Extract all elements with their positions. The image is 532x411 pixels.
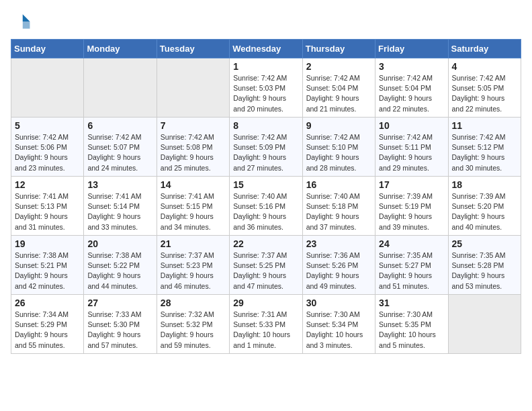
day-detail: Sunrise: 7:30 AMSunset: 5:35 PMDaylight:… [379, 310, 444, 351]
day-number: 7 [161, 120, 226, 131]
weekday-header-tuesday: Tuesday [157, 40, 229, 58]
calendar-cell: 28Sunrise: 7:32 AMSunset: 5:32 PMDayligh… [157, 295, 229, 354]
logo [11, 11, 35, 32]
calendar-cell: 10Sunrise: 7:42 AMSunset: 5:11 PMDayligh… [375, 118, 448, 177]
day-detail: Sunrise: 7:30 AMSunset: 5:34 PMDaylight:… [306, 310, 371, 351]
calendar-cell [157, 58, 229, 118]
day-detail: Sunrise: 7:42 AMSunset: 5:05 PMDaylight:… [452, 73, 517, 114]
calendar-week-row: 19Sunrise: 7:38 AMSunset: 5:21 PMDayligh… [11, 236, 521, 295]
day-number: 1 [233, 61, 298, 72]
day-number: 25 [452, 238, 517, 249]
day-detail: Sunrise: 7:41 AMSunset: 5:13 PMDaylight:… [15, 191, 80, 232]
calendar-cell: 17Sunrise: 7:39 AMSunset: 5:19 PMDayligh… [375, 177, 448, 236]
day-detail: Sunrise: 7:34 AMSunset: 5:29 PMDaylight:… [15, 310, 80, 351]
svg-marker-2 [23, 21, 30, 29]
day-number: 17 [379, 179, 444, 190]
calendar-week-row: 1Sunrise: 7:42 AMSunset: 5:03 PMDaylight… [11, 58, 521, 118]
day-number: 18 [452, 179, 517, 190]
page-container: SundayMondayTuesdayWednesdayThursdayFrid… [11, 11, 521, 354]
day-detail: Sunrise: 7:41 AMSunset: 5:15 PMDaylight:… [161, 191, 226, 232]
day-number: 22 [233, 238, 298, 249]
weekday-header-monday: Monday [84, 40, 157, 58]
weekday-header-sunday: Sunday [11, 40, 84, 58]
logo-icon [11, 11, 32, 32]
calendar-cell: 12Sunrise: 7:41 AMSunset: 5:13 PMDayligh… [11, 177, 84, 236]
day-number: 13 [87, 179, 152, 190]
day-detail: Sunrise: 7:33 AMSunset: 5:30 PMDaylight:… [87, 310, 152, 351]
calendar-week-row: 5Sunrise: 7:42 AMSunset: 5:06 PMDaylight… [11, 118, 521, 177]
day-number: 2 [306, 61, 371, 72]
calendar-cell [84, 58, 157, 118]
calendar-cell: 7Sunrise: 7:42 AMSunset: 5:08 PMDaylight… [157, 118, 229, 177]
calendar-cell: 5Sunrise: 7:42 AMSunset: 5:06 PMDaylight… [11, 118, 84, 177]
calendar-cell: 3Sunrise: 7:42 AMSunset: 5:04 PMDaylight… [375, 58, 448, 118]
calendar-cell: 6Sunrise: 7:42 AMSunset: 5:07 PMDaylight… [84, 118, 157, 177]
calendar-cell: 15Sunrise: 7:40 AMSunset: 5:16 PMDayligh… [230, 177, 302, 236]
day-number: 15 [233, 179, 298, 190]
calendar-cell: 11Sunrise: 7:42 AMSunset: 5:12 PMDayligh… [448, 118, 521, 177]
day-number: 6 [87, 120, 152, 131]
calendar-cell: 19Sunrise: 7:38 AMSunset: 5:21 PMDayligh… [11, 236, 84, 295]
calendar-cell: 9Sunrise: 7:42 AMSunset: 5:10 PMDaylight… [302, 118, 375, 177]
calendar-week-row: 26Sunrise: 7:34 AMSunset: 5:29 PMDayligh… [11, 295, 521, 354]
calendar-cell: 26Sunrise: 7:34 AMSunset: 5:29 PMDayligh… [11, 295, 84, 354]
day-number: 30 [306, 298, 371, 308]
day-number: 29 [233, 298, 298, 308]
day-detail: Sunrise: 7:31 AMSunset: 5:33 PMDaylight:… [233, 310, 298, 351]
day-detail: Sunrise: 7:32 AMSunset: 5:32 PMDaylight:… [161, 310, 226, 351]
day-number: 5 [15, 120, 80, 131]
day-detail: Sunrise: 7:38 AMSunset: 5:21 PMDaylight:… [15, 250, 80, 291]
calendar-cell: 16Sunrise: 7:40 AMSunset: 5:18 PMDayligh… [302, 177, 375, 236]
weekday-header-row: SundayMondayTuesdayWednesdayThursdayFrid… [11, 40, 521, 58]
day-number: 16 [306, 179, 371, 190]
day-detail: Sunrise: 7:35 AMSunset: 5:27 PMDaylight:… [379, 250, 444, 291]
calendar-cell: 1Sunrise: 7:42 AMSunset: 5:03 PMDaylight… [230, 58, 302, 118]
calendar-cell: 8Sunrise: 7:42 AMSunset: 5:09 PMDaylight… [230, 118, 302, 177]
weekday-header-friday: Friday [375, 40, 448, 58]
calendar: SundayMondayTuesdayWednesdayThursdayFrid… [11, 39, 521, 354]
weekday-header-wednesday: Wednesday [230, 40, 302, 58]
day-number: 27 [87, 298, 152, 308]
day-number: 4 [452, 61, 517, 72]
day-detail: Sunrise: 7:37 AMSunset: 5:25 PMDaylight:… [233, 250, 298, 291]
calendar-cell: 22Sunrise: 7:37 AMSunset: 5:25 PMDayligh… [230, 236, 302, 295]
day-detail: Sunrise: 7:36 AMSunset: 5:26 PMDaylight:… [306, 250, 371, 291]
day-number: 12 [15, 179, 80, 190]
calendar-cell: 20Sunrise: 7:38 AMSunset: 5:22 PMDayligh… [84, 236, 157, 295]
day-number: 14 [161, 179, 226, 190]
day-number: 20 [87, 238, 152, 249]
day-number: 23 [306, 238, 371, 249]
day-detail: Sunrise: 7:42 AMSunset: 5:12 PMDaylight:… [452, 132, 517, 173]
day-number: 10 [379, 120, 444, 131]
day-detail: Sunrise: 7:42 AMSunset: 5:04 PMDaylight:… [306, 73, 371, 114]
day-number: 26 [15, 298, 80, 308]
calendar-cell [11, 58, 84, 118]
day-detail: Sunrise: 7:42 AMSunset: 5:08 PMDaylight:… [161, 132, 226, 173]
day-detail: Sunrise: 7:42 AMSunset: 5:09 PMDaylight:… [233, 132, 298, 173]
weekday-header-saturday: Saturday [448, 40, 521, 58]
calendar-week-row: 12Sunrise: 7:41 AMSunset: 5:13 PMDayligh… [11, 177, 521, 236]
day-detail: Sunrise: 7:42 AMSunset: 5:11 PMDaylight:… [379, 132, 444, 173]
day-detail: Sunrise: 7:42 AMSunset: 5:10 PMDaylight:… [306, 132, 371, 173]
header [11, 11, 521, 32]
calendar-cell: 18Sunrise: 7:39 AMSunset: 5:20 PMDayligh… [448, 177, 521, 236]
day-detail: Sunrise: 7:40 AMSunset: 5:18 PMDaylight:… [306, 191, 371, 232]
day-detail: Sunrise: 7:41 AMSunset: 5:14 PMDaylight:… [87, 191, 152, 232]
day-detail: Sunrise: 7:42 AMSunset: 5:07 PMDaylight:… [87, 132, 152, 173]
calendar-cell: 29Sunrise: 7:31 AMSunset: 5:33 PMDayligh… [230, 295, 302, 354]
calendar-cell: 31Sunrise: 7:30 AMSunset: 5:35 PMDayligh… [375, 295, 448, 354]
day-detail: Sunrise: 7:42 AMSunset: 5:06 PMDaylight:… [15, 132, 80, 173]
calendar-cell: 21Sunrise: 7:37 AMSunset: 5:23 PMDayligh… [157, 236, 229, 295]
calendar-cell: 30Sunrise: 7:30 AMSunset: 5:34 PMDayligh… [302, 295, 375, 354]
day-detail: Sunrise: 7:39 AMSunset: 5:20 PMDaylight:… [452, 191, 517, 232]
day-number: 9 [306, 120, 371, 131]
day-number: 28 [161, 298, 226, 308]
calendar-cell [448, 295, 521, 354]
calendar-cell: 4Sunrise: 7:42 AMSunset: 5:05 PMDaylight… [448, 58, 521, 118]
day-number: 8 [233, 120, 298, 131]
day-detail: Sunrise: 7:37 AMSunset: 5:23 PMDaylight:… [161, 250, 226, 291]
calendar-cell: 2Sunrise: 7:42 AMSunset: 5:04 PMDaylight… [302, 58, 375, 118]
day-detail: Sunrise: 7:40 AMSunset: 5:16 PMDaylight:… [233, 191, 298, 232]
day-detail: Sunrise: 7:42 AMSunset: 5:04 PMDaylight:… [379, 73, 444, 114]
calendar-cell: 23Sunrise: 7:36 AMSunset: 5:26 PMDayligh… [302, 236, 375, 295]
